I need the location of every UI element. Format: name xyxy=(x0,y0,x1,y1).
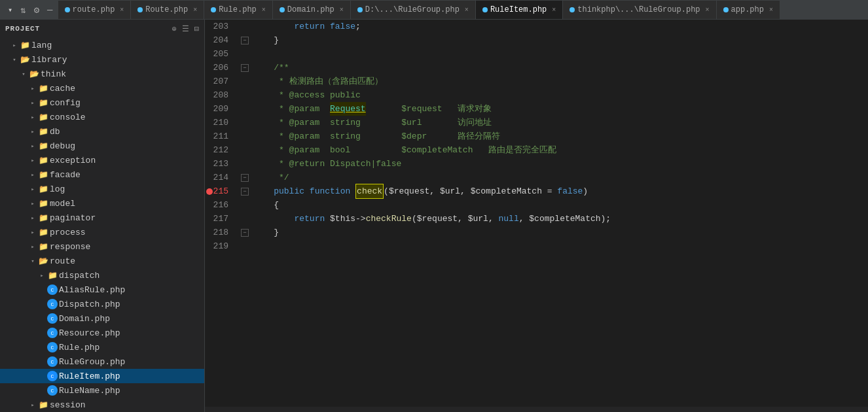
tree-item-RuleItem-php[interactable]: CRuleItem.php xyxy=(0,369,204,383)
tab-icon-0 xyxy=(65,7,70,12)
tab-close-3[interactable]: × xyxy=(340,7,344,14)
code-line-204: } xyxy=(253,33,868,47)
tree-item-Dispatch-php[interactable]: CDispatch.php xyxy=(0,297,204,311)
tree-item-response[interactable]: ▸📁response xyxy=(0,239,204,254)
tree-item-debug[interactable]: ▸📁debug xyxy=(0,139,204,153)
menu-icon[interactable]: ☰ xyxy=(182,24,189,34)
tree-item-dispatch[interactable]: ▸📁dispatch xyxy=(0,268,204,283)
tab-icon-3 xyxy=(280,7,285,12)
folder-closed-arrow: ▸ xyxy=(37,270,47,281)
tab-thinkphp-----RuleGroup-php[interactable]: thinkphp\...\RuleGroup.php× xyxy=(563,1,716,19)
tab-close-1[interactable]: × xyxy=(193,7,197,14)
project-header[interactable]: ▾ xyxy=(5,5,12,15)
fold-icon-206[interactable]: − xyxy=(241,64,249,72)
tab-close-7[interactable]: × xyxy=(769,7,773,14)
tab-label-3: Domain.php xyxy=(287,5,335,14)
tab-Domain-php[interactable]: Domain.php× xyxy=(273,1,351,19)
tree-item-session[interactable]: ▸📁session xyxy=(0,398,204,412)
token-punct: { xyxy=(253,198,279,212)
line-number-207: 207 xyxy=(205,75,234,88)
tree-item-process[interactable]: ▸📁process xyxy=(0,225,204,239)
filter-icon[interactable]: ⇅ xyxy=(20,5,26,16)
token-punct: ($request, $url, $completeMatch = xyxy=(384,184,557,198)
folder-icon: 📁 xyxy=(38,213,48,223)
gutter-214[interactable]: − xyxy=(239,171,251,184)
tab-route-php[interactable]: route.php× xyxy=(58,1,132,19)
token-punct xyxy=(253,184,274,198)
tree-label-log: log xyxy=(50,184,65,194)
tab-close-4[interactable]: × xyxy=(465,7,469,14)
gutter-218[interactable]: − xyxy=(239,226,251,239)
folder-open-arrow: ▾ xyxy=(27,256,38,266)
tree-item-db[interactable]: ▸📁db xyxy=(0,124,204,139)
tab-label-0: route.php xyxy=(73,5,115,14)
tree-item-Resource-php[interactable]: CResource.php xyxy=(0,326,204,340)
tab-close-0[interactable]: × xyxy=(120,7,124,14)
tree-item-RuleGroup-php[interactable]: CRuleGroup.php xyxy=(0,354,204,369)
tab-Rule-php[interactable]: Rule.php× xyxy=(204,1,273,19)
fold-icon-215[interactable]: − xyxy=(241,188,249,196)
tree-item-lang[interactable]: ▸📁lang xyxy=(0,38,204,52)
fold-icon-214[interactable]: − xyxy=(241,174,249,182)
token-punct xyxy=(304,184,310,198)
tree-label-process: process xyxy=(50,228,86,237)
folder-icon: 📁 xyxy=(38,126,48,137)
tree-item-model[interactable]: ▸📁model xyxy=(0,196,204,211)
collapse-icon[interactable]: ⊟ xyxy=(194,24,199,34)
fold-icon-204[interactable]: − xyxy=(241,37,249,44)
folder-closed-arrow: ▸ xyxy=(27,112,38,122)
tree-item-Rule-php[interactable]: CRule.php xyxy=(0,340,204,354)
tree-item-think[interactable]: ▾📂think xyxy=(0,67,204,81)
breakpoint-215 xyxy=(206,188,213,195)
gutter-217 xyxy=(239,212,251,226)
gutter-215[interactable]: − xyxy=(239,184,251,198)
tree-item-console[interactable]: ▸📁console xyxy=(0,110,204,124)
fold-icon-218[interactable]: − xyxy=(241,229,249,237)
code-line-210: * @param string $url 访问地址 xyxy=(253,116,868,129)
tab-close-2[interactable]: × xyxy=(262,7,266,14)
gutter-206[interactable]: − xyxy=(239,61,251,75)
add-icon[interactable]: ⊕ xyxy=(172,24,177,34)
file-icon: C xyxy=(47,328,58,338)
tab-RuleItem-php[interactable]: RuleItem.php× xyxy=(476,1,563,19)
folder-closed-arrow: ▸ xyxy=(27,155,38,165)
tree-item-facade[interactable]: ▸📁facade xyxy=(0,167,204,182)
tree-item-RuleName-php[interactable]: CRuleName.php xyxy=(0,383,204,398)
folder-closed-arrow: ▸ xyxy=(27,141,38,151)
settings-icon[interactable]: ⚙ xyxy=(34,5,39,16)
tree-item-route[interactable]: ▾📂route xyxy=(0,254,204,268)
tree-item-library[interactable]: ▾📂library xyxy=(0,52,204,67)
tree-item-log[interactable]: ▸📁log xyxy=(0,182,204,196)
token-punct: } xyxy=(253,33,279,47)
tab-close-6[interactable]: × xyxy=(706,7,710,14)
token-comment: * @access public xyxy=(253,88,361,102)
tree-item-Domain-php[interactable]: CDomain.php xyxy=(0,311,204,326)
gutter: −−−−− xyxy=(239,20,251,407)
tab-close-5[interactable]: × xyxy=(552,7,556,14)
line-number-219: 219 xyxy=(205,239,234,253)
tree-label-paginator: paginator xyxy=(50,213,96,223)
folder-closed-arrow: ▸ xyxy=(27,83,38,94)
folder-closed-arrow: ▸ xyxy=(27,241,38,252)
horizontal-scrollbar[interactable] xyxy=(205,407,868,412)
tree-label-cache: cache xyxy=(50,84,75,94)
tab-app-php[interactable]: app.php× xyxy=(717,1,780,19)
code-line-208: * @access public xyxy=(253,88,868,102)
tab-icon-7 xyxy=(723,7,729,12)
tree-item-cache[interactable]: ▸📁cache xyxy=(0,81,204,95)
token-punct: $this-> xyxy=(325,212,365,226)
tree-item-config[interactable]: ▸📁config xyxy=(0,95,204,110)
tab-icon-4 xyxy=(357,7,363,12)
token-type-highlight: Request xyxy=(330,102,366,116)
dropdown-icon[interactable]: ▾ xyxy=(8,5,12,15)
line-number-217: 217 xyxy=(205,212,234,226)
tree-item-paginator[interactable]: ▸📁paginator xyxy=(0,211,204,225)
folder-icon: 📁 xyxy=(38,155,48,165)
tree-item-AliasRule-php[interactable]: CAliasRule.php xyxy=(0,283,204,297)
tab-Route-php[interactable]: Route.php× xyxy=(131,1,204,19)
code-area: 2032042052062072082092102112122132142152… xyxy=(205,20,868,407)
gutter-204[interactable]: − xyxy=(239,33,251,47)
minimize-icon[interactable]: — xyxy=(47,5,52,16)
tab-D------RuleGroup-php[interactable]: D:\...\RuleGroup.php× xyxy=(351,1,476,19)
tree-item-exception[interactable]: ▸📁exception xyxy=(0,153,204,167)
